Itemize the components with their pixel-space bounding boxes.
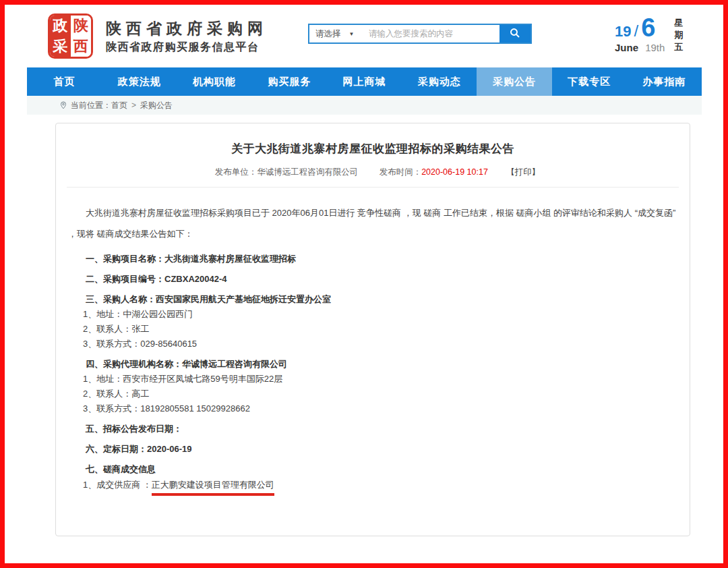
publisher-name: 华诚博远工程咨询有限公司 [257,167,358,177]
announcement-sections: 一、采购项目名称：大兆街道兆寨村房屋征收监理招标 二、采购项目编号：CZBXA2… [86,254,677,496]
search-category-value: 请选择 [315,28,341,40]
site-subtitle: 陕西省政府购买服务信息平台 [106,40,260,55]
announcement-body: 大兆街道兆寨村房屋征收监理招标采购项目已于 2020年06月01日进行 竞争性磋… [67,202,679,496]
announcement-meta: 发布单位：华诚博远工程咨询有限公司 发布时间：2020-06-19 10:17 … [67,167,679,178]
site-title: 陕西省政府采购网 [106,18,268,39]
publish-time-label: 发布时间： [380,167,422,177]
purchaser-contact: 2、联系人：张工 [83,324,677,335]
page: 政 陕 采 西 陕西省政府采购网 陕西省政府购买服务信息平台 请选择 ▼ 19 … [0,0,728,568]
date-month-en: June [615,42,638,53]
section-announce-date: 五、招标公告发布日期： [86,424,677,434]
nav-item-guide[interactable]: 办事指南 [627,67,702,96]
breadcrumb-label: 当前位置： [71,100,111,111]
winning-supplier-line: 1、成交供应商 ：正大鹏安建设项目管理有限公司 [83,480,677,496]
section-project-name: 一、采购项目名称：大兆街道兆寨村房屋征收监理招标 [86,254,677,264]
date-month: 6 [641,16,655,40]
section-project-number: 二、采购项目编号：CZBXA20042-4 [86,274,677,285]
section-deal-info: 七、磋商成交信息 [86,464,677,475]
search-icon [509,27,521,41]
breadcrumb-current[interactable]: 采购公告 [140,100,173,111]
seal-char: 采 [50,36,71,57]
agency-address: 1、地址：西安市经开区凤城七路59号明丰国际22层 [83,374,677,385]
seal-char: 政 [50,16,71,36]
breadcrumb-separator: > [131,101,136,110]
seal-char: 西 [71,36,92,57]
meta-divider [67,187,679,188]
winning-supplier-name: 正大鹏安建设项目管理有限公司 [152,480,274,496]
agency-contact: 2、联系人：高工 [83,389,677,399]
publish-time-value: 2020-06-19 10:17 [421,167,488,177]
site-seal-logo: 政 陕 采 西 [48,13,93,59]
main-nav: 首页 政策法规 机构职能 购买服务 网上商城 采购动态 采购公告 下载专区 办事… [27,67,702,96]
search-category-dropdown[interactable]: 请选择 ▼ [309,25,363,42]
print-button[interactable]: 【打印】 [506,167,540,177]
agency-phone: 3、联系方式：18192805581 15029928662 [83,403,677,414]
breadcrumb-home-link[interactable]: 首页 [111,100,127,111]
location-pin-icon [59,101,67,110]
date-day-en: 19th [645,42,665,53]
publisher-label: 发布单位： [215,167,257,177]
section-agency-name: 四、采购代理机构名称：华诚博远工程咨询有限公司 [86,359,677,370]
nav-item-home[interactable]: 首页 [27,67,102,96]
seal-char: 陕 [71,16,92,36]
section-purchaser-name: 三、采购人名称：西安国家民用航天产基地征地拆迁安置办公室 [86,294,677,305]
date-weekday: 星期五 [674,17,685,53]
search-button[interactable] [499,25,530,42]
search-input[interactable] [363,25,499,42]
chevron-down-icon: ▼ [349,31,355,37]
date-slash: / [634,22,638,40]
announcement-intro: 大兆街道兆寨村房屋征收监理招标采购项目已于 2020年06月01日进行 竞争性磋… [68,202,677,244]
date-day: 19 [615,23,631,40]
nav-item-procurement-announcements[interactable]: 采购公告 [477,67,551,96]
nav-item-procurement-news[interactable]: 采购动态 [402,67,477,96]
nav-item-buy-services[interactable]: 购买服务 [252,67,327,96]
breadcrumb: 当前位置： 首页 > 采购公告 [27,96,702,115]
date-widget: 19 / 6 June 19th 星期五 [615,16,685,53]
nav-item-policies[interactable]: 政策法规 [102,67,177,96]
search-bar: 请选择 ▼ [308,24,532,44]
nav-item-online-mall[interactable]: 网上商城 [327,67,402,96]
nav-item-functions[interactable]: 机构职能 [177,67,251,96]
nav-item-downloads[interactable]: 下载专区 [552,67,627,96]
announcement-card: 关于大兆街道兆寨村房屋征收监理招标的采购结果公告 发布单位：华诚博远工程咨询有限… [55,123,690,536]
winning-supplier-label: 1、成交供应商 ： [83,480,152,490]
section-award-date: 六、定标日期：2020-06-19 [86,444,677,455]
purchaser-address: 1、地址：中湖公园公园西门 [83,309,677,320]
purchaser-phone: 3、联系方式：029-85640615 [83,339,677,349]
announcement-title: 关于大兆街道兆寨村房屋征收监理招标的采购结果公告 [67,141,679,157]
